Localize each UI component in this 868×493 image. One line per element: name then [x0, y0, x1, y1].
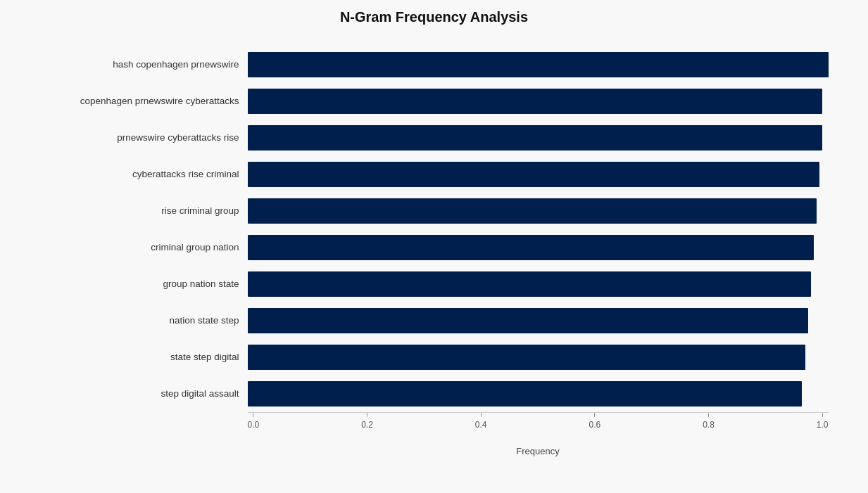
bar-row: step digital assault [40, 376, 829, 412]
bar-row: state step digital [40, 339, 829, 376]
bar-row: nation state step [40, 302, 829, 339]
chart-container: N-Gram Frequency Analysis hash copenhage… [19, 0, 850, 493]
x-ticks: 0.00.20.40.60.81.0 [248, 413, 829, 430]
bar-fill [248, 235, 814, 260]
bar-row: hash copenhagen prnewswire [40, 46, 829, 83]
bar-track [248, 52, 829, 77]
bar-label: step digital assault [40, 388, 248, 399]
bar-track [248, 162, 829, 187]
x-axis: 0.00.20.40.60.81.0 [248, 412, 829, 440]
bar-fill [248, 52, 829, 77]
chart-title: N-Gram Frequency Analysis [40, 9, 829, 25]
x-tick-label: 0.4 [475, 420, 487, 430]
x-tick: 0.4 [475, 413, 487, 430]
bar-row: group nation state [40, 266, 829, 302]
bar-label: group nation state [40, 278, 248, 289]
x-tick-label: 0.0 [248, 420, 260, 430]
chart-area: hash copenhagen prnewswirecopenhagen prn… [40, 46, 829, 412]
bar-label: rise criminal group [40, 205, 248, 216]
bar-row: prnewswire cyberattacks rise [40, 120, 829, 156]
x-tick-line [822, 413, 823, 417]
bar-track [248, 345, 829, 370]
bar-fill [248, 198, 817, 224]
x-tick-line [253, 413, 253, 417]
x-tick: 0.2 [361, 413, 373, 430]
bar-label: hash copenhagen prnewswire [40, 59, 248, 70]
bar-fill [248, 162, 820, 187]
bar-fill [248, 308, 808, 333]
bar-label: copenhagen prnewswire cyberattacks [40, 96, 248, 106]
x-tick: 0.6 [589, 413, 600, 430]
x-axis-label: Frequency [248, 446, 829, 456]
bar-fill [248, 89, 823, 114]
bar-fill [248, 345, 805, 370]
bar-label: cyberattacks rise criminal [40, 169, 248, 179]
x-tick-line [594, 413, 595, 417]
bar-label: prnewswire cyberattacks rise [40, 132, 248, 143]
bar-fill [248, 271, 811, 297]
bar-row: cyberattacks rise criminal [40, 156, 829, 193]
x-tick: 0.8 [703, 413, 715, 430]
bar-track [248, 308, 829, 333]
bar-track [248, 198, 829, 224]
bar-fill [248, 125, 823, 151]
x-tick: 0.0 [248, 413, 260, 430]
x-tick-label: 0.2 [361, 420, 373, 430]
x-tick-label: 1.0 [817, 420, 829, 430]
x-tick-line [367, 413, 367, 417]
x-tick-line [708, 413, 709, 417]
x-tick-line [481, 413, 482, 417]
bar-track [248, 381, 829, 406]
bar-fill [248, 381, 803, 406]
x-tick-label: 0.8 [703, 420, 715, 430]
bar-track [248, 271, 829, 297]
bar-label: nation state step [40, 315, 248, 326]
bar-row: rise criminal group [40, 193, 829, 229]
bar-track [248, 125, 829, 151]
bar-track [248, 235, 829, 260]
bar-row: criminal group nation [40, 229, 829, 266]
x-tick: 1.0 [817, 413, 829, 430]
x-tick-label: 0.6 [589, 420, 600, 430]
bar-label: criminal group nation [40, 242, 248, 252]
bar-track [248, 89, 829, 114]
bar-label: state step digital [40, 352, 248, 362]
bar-row: copenhagen prnewswire cyberattacks [40, 83, 829, 120]
